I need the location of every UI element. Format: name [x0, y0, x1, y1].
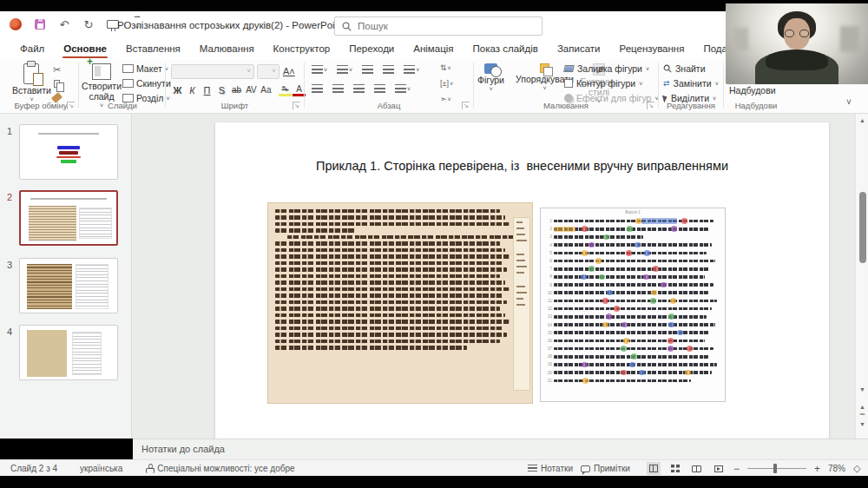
tab-рецензування[interactable]: Рецензування — [609, 41, 694, 58]
webcam-overlay[interactable] — [726, 3, 868, 84]
font-name-combobox[interactable] — [171, 64, 254, 79]
slideshow-view-button[interactable] — [712, 462, 726, 475]
webcam-background — [733, 28, 748, 50]
layout-button[interactable]: Макет˅ — [122, 63, 171, 74]
scrollbar-thumb[interactable] — [859, 192, 866, 263]
previous-slide-icon[interactable]: ▲▔ — [856, 402, 868, 412]
screenshot-root: ↶ ↻ ▔˅ РОзпізнавання острозьких друків(2… — [0, 0, 868, 488]
strikethrough-button[interactable]: ab — [230, 83, 243, 96]
normal-view-button[interactable] — [647, 462, 661, 475]
zoom-slider[interactable] — [747, 468, 806, 469]
slide-sorter-view-button[interactable] — [668, 462, 682, 475]
correction-mark — [621, 346, 627, 352]
tab-переходи[interactable]: Переходи — [339, 41, 404, 58]
save-icon[interactable] — [33, 17, 47, 31]
shape-effects-button[interactable]: Ефекти для фігур˅ — [564, 93, 659, 103]
slide-canvas[interactable]: Приклад 1. Сторінка перевірена, із внесе… — [215, 122, 829, 439]
copy-icon[interactable] — [50, 78, 63, 89]
line-spacing-button[interactable]: ˅ — [402, 63, 421, 76]
manuscript-text-line — [275, 333, 507, 336]
redo-icon[interactable]: ↻ — [82, 17, 95, 31]
scroll-down-icon[interactable]: ▼ — [856, 385, 868, 395]
replace-button[interactable]: ⇄Замінити˅ — [663, 78, 719, 89]
increase-indent-button[interactable] — [381, 63, 396, 76]
notes-pane[interactable]: Нотатки до слайда — [133, 439, 868, 459]
zoom-level[interactable]: 78% — [828, 464, 845, 473]
tab-показ-слайдів[interactable]: Показ слайдів — [464, 41, 548, 58]
cut-icon[interactable]: ✂ — [50, 64, 63, 76]
accessibility-status[interactable]: Спеціальні можливості: усе добре — [145, 464, 294, 473]
zoom-slider-thumb[interactable] — [773, 464, 777, 473]
highlight-color-button[interactable]: ✎ — [279, 83, 292, 96]
paragraph-dialog-launcher[interactable]: ↘ — [462, 102, 470, 109]
bullets-button[interactable]: ˅ — [310, 63, 329, 76]
slide-indicator[interactable]: Слайд 2 з 4 — [10, 464, 57, 473]
reading-view-button[interactable] — [690, 462, 704, 475]
language-indicator[interactable]: українська — [80, 464, 122, 473]
shape-fill-button[interactable]: Заливка фігури˅ — [564, 63, 659, 74]
next-slide-icon[interactable]: ▼ — [856, 419, 868, 430]
tab-анімація[interactable]: Анімація — [404, 41, 463, 58]
tab-конструктор[interactable]: Конструктор — [264, 41, 340, 58]
find-button[interactable]: Знайти — [663, 63, 719, 74]
align-center-button[interactable] — [331, 82, 345, 95]
powerpoint-logo-icon[interactable] — [9, 17, 23, 31]
grow-font-button[interactable]: A˄ — [282, 64, 296, 77]
slide-thumbnail-4[interactable]: 4 — [0, 325, 132, 380]
manuscript-text-line — [275, 228, 355, 232]
font-dialog-launcher[interactable]: ↘ — [293, 102, 300, 109]
slide-thumbnail-2-selected[interactable]: 2 — [0, 190, 132, 246]
clipboard-dialog-launcher[interactable]: ↘ — [67, 102, 75, 109]
slide-editor-area: Приклад 1. Сторінка перевірена, із внесе… — [133, 114, 855, 439]
justify-button[interactable] — [372, 82, 387, 95]
manuscript-text-line — [275, 340, 500, 343]
slide-thumbnail-1[interactable]: 1 — [0, 124, 132, 180]
text-direction-button[interactable]: ⇅˅ — [438, 62, 455, 74]
correction-mark — [589, 266, 595, 272]
tab-основне[interactable]: Основне — [54, 41, 116, 58]
bold-button[interactable]: Ж — [171, 83, 184, 96]
shapes-button[interactable]: Фігури ˅ — [477, 60, 504, 93]
collapse-ribbon-chevron-icon[interactable]: ˅ — [840, 97, 858, 109]
change-case-button[interactable]: Аа — [260, 83, 273, 96]
tab-вставлення[interactable]: Вставлення — [116, 41, 190, 58]
ocr-text-line: 6 — [546, 257, 718, 265]
addins-button[interactable]: Надбудови — [729, 85, 776, 96]
reset-button[interactable]: Скинути — [122, 78, 171, 89]
decrease-indent-button[interactable] — [360, 63, 375, 76]
tab-малювання[interactable]: Малювання — [190, 41, 264, 58]
undo-icon[interactable]: ↶ — [57, 17, 71, 31]
notes-toggle-button[interactable]: Нотатки — [528, 464, 573, 473]
correction-mark — [671, 226, 677, 232]
zoom-out-button[interactable]: − — [733, 464, 740, 474]
tab-файл[interactable]: Файл — [10, 41, 54, 58]
shape-outline-button[interactable]: Контур фігури˅ — [564, 78, 659, 89]
scroll-up-icon[interactable]: ▲ — [856, 115, 868, 126]
font-size-combobox[interactable] — [257, 64, 279, 79]
vertical-scrollbar[interactable]: ▲ ▼ ▲▔ ▼ — [855, 114, 868, 439]
line-number: 17 — [546, 346, 554, 351]
italic-button[interactable]: К — [186, 83, 199, 96]
search-input[interactable]: Пошук — [334, 16, 542, 36]
correction-mark — [643, 274, 649, 280]
line-number: 18 — [546, 354, 554, 359]
slide-thumbnail-3[interactable]: 3 — [0, 258, 132, 313]
align-text-button[interactable]: [±]˅ — [438, 77, 455, 89]
comments-toggle-button[interactable]: Примітки — [581, 464, 630, 473]
paste-button[interactable]: Вставити ˅ — [12, 60, 51, 103]
correction-mark — [582, 362, 588, 368]
new-slide-label: Створити слайд — [82, 81, 122, 102]
tab-записати[interactable]: Записати — [548, 41, 610, 58]
underline-button[interactable]: П — [201, 83, 214, 96]
columns-button[interactable]: ˅ — [393, 82, 412, 95]
correction-mark — [582, 226, 588, 232]
manuscript-text-line — [287, 235, 519, 239]
zoom-in-button[interactable]: + — [814, 464, 820, 474]
ocr-corrected-page-image: Версія 1 1234567891011121314151617181920… — [540, 208, 726, 402]
character-spacing-button[interactable]: AV — [245, 83, 258, 96]
align-left-button[interactable] — [310, 82, 325, 95]
text-shadow-button[interactable]: S — [215, 83, 228, 96]
align-right-button[interactable] — [352, 82, 366, 95]
numbering-button[interactable]: ˅ — [335, 63, 354, 76]
fit-slide-to-window-icon[interactable] — [853, 464, 863, 473]
